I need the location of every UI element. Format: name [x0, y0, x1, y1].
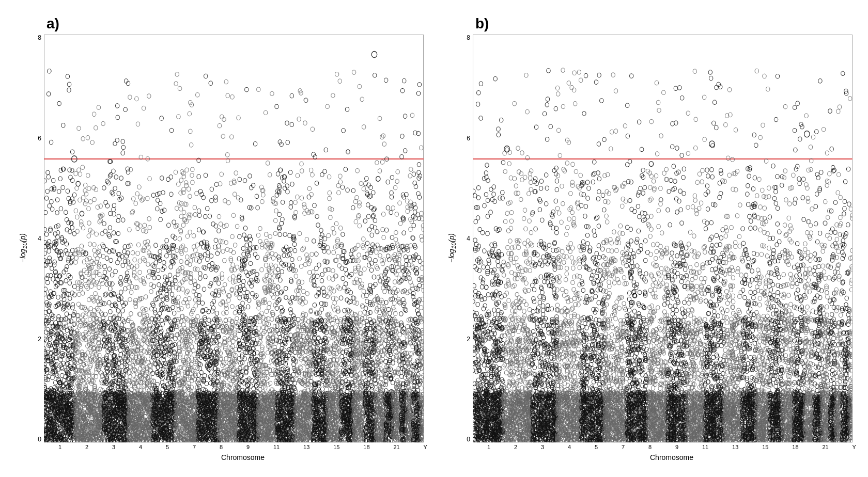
- x-tick: 15: [762, 444, 768, 450]
- x-axis-area-panel-b: 123457891113151821YChromosome: [475, 442, 868, 462]
- x-tick: 1: [487, 444, 490, 450]
- y-axis-label-container-panel-a: −log10(p): [16, 35, 31, 462]
- x-tick: 2: [85, 444, 88, 450]
- x-tick: 21: [822, 444, 828, 450]
- x-tick: Y: [424, 444, 427, 450]
- x-tick: 21: [393, 444, 399, 450]
- x-tick: 18: [363, 444, 369, 450]
- y-ticks-panel-a: 86420: [31, 35, 44, 442]
- plot-area-panel-a: −log10(p)86420123457891113151821YChromos…: [16, 35, 424, 462]
- x-tick: 7: [193, 444, 196, 450]
- x-tick: 2: [514, 444, 517, 450]
- x-tick: 3: [541, 444, 544, 450]
- chart-wrapper-panel-a: 86420: [31, 35, 424, 442]
- x-tick: 5: [166, 444, 169, 450]
- x-tick: 8: [648, 444, 652, 450]
- plot-area-panel-b: −log10(p)86420123457891113151821YChromos…: [444, 35, 853, 462]
- x-tick: 11: [273, 444, 280, 450]
- y-tick: 6: [38, 135, 41, 141]
- panel-b: b)−log10(p)86420123457891113151821YChrom…: [434, 10, 863, 467]
- y-tick: 2: [467, 336, 470, 342]
- y-tick: 8: [38, 35, 41, 41]
- y-ticks-panel-b: 86420: [460, 35, 473, 442]
- x-tick: 8: [220, 444, 223, 450]
- y-tick: 6: [467, 135, 470, 141]
- x-ticks-panel-a: 123457891113151821Y: [47, 444, 439, 450]
- main-container: a)−log10(p)86420123457891113151821YChrom…: [0, 0, 868, 477]
- x-tick: 3: [112, 444, 115, 450]
- x-tick: 9: [246, 444, 250, 450]
- x-ticks-panel-b: 123457891113151821Y: [475, 444, 868, 450]
- x-tick: 4: [568, 444, 571, 450]
- x-axis-area-panel-a: 123457891113151821YChromosome: [47, 442, 439, 462]
- x-tick: 13: [303, 444, 309, 450]
- x-tick: 1: [58, 444, 61, 450]
- x-tick: 4: [139, 444, 142, 450]
- svg-container-panel-b: [473, 35, 853, 442]
- chart-and-axes-panel-b: 86420123457891113151821YChromosome: [460, 35, 853, 462]
- y-axis-label-panel-b: −log10(p): [447, 233, 457, 263]
- x-tick: 18: [792, 444, 798, 450]
- y-tick: 4: [467, 235, 470, 242]
- panel-label-panel-a: a): [47, 15, 59, 32]
- chart-wrapper-panel-b: 86420: [460, 35, 853, 442]
- y-tick: 0: [467, 436, 470, 442]
- y-tick: 2: [38, 336, 41, 342]
- x-tick: 5: [595, 444, 598, 450]
- svg-container-panel-a: [44, 35, 424, 442]
- panel-a: a)−log10(p)86420123457891113151821YChrom…: [5, 10, 434, 467]
- y-tick: 0: [38, 436, 41, 442]
- x-tick: 13: [732, 444, 738, 450]
- y-tick: 8: [467, 35, 470, 41]
- x-axis-label-panel-a: Chromosome: [221, 453, 265, 462]
- panel-label-panel-b: b): [475, 15, 489, 32]
- x-tick: 9: [675, 444, 678, 450]
- manhattan-plot-panel-a: [44, 35, 424, 442]
- y-axis-label-panel-a: −log10(p): [19, 233, 28, 263]
- y-tick: 4: [38, 235, 41, 242]
- x-tick: 11: [702, 444, 708, 450]
- manhattan-plot-panel-b: [473, 35, 853, 442]
- y-axis-label-container-panel-b: −log10(p): [444, 35, 460, 462]
- x-tick: 15: [333, 444, 339, 450]
- x-axis-label-panel-b: Chromosome: [650, 453, 693, 462]
- x-tick: Y: [853, 444, 856, 450]
- x-tick: 7: [622, 444, 625, 450]
- chart-and-axes-panel-a: 86420123457891113151821YChromosome: [31, 35, 424, 462]
